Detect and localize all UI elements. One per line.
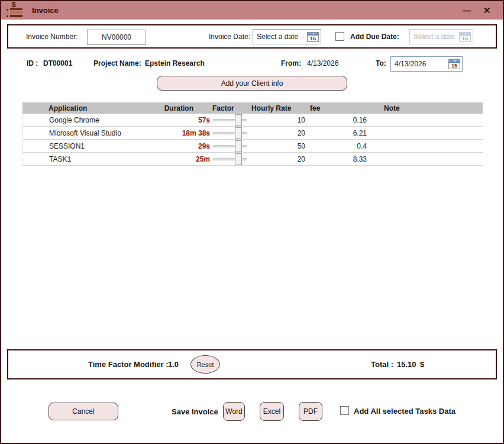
table-row[interactable]: SESSION1 29s 50 0.4 [22, 140, 483, 153]
table-row[interactable]: Google Chrome 57s 10 0.16 [22, 114, 483, 127]
col-application: Application [22, 104, 149, 112]
add-client-info-button[interactable]: Add your Client info [157, 76, 347, 91]
time-factor-label: Time Factor Modifier : [88, 360, 169, 369]
invoice-date-value: Select a date [257, 33, 298, 41]
add-due-date-checkbox[interactable] [335, 32, 344, 41]
cell-application: Microsoft Visual Studio [23, 129, 150, 137]
footer-actions: Cancel Save Invoice Word Excel PDF Add A… [1, 398, 503, 426]
factor-slider[interactable] [213, 153, 248, 166]
calendar-icon-header [449, 60, 460, 63]
add-due-date-label: Add Due Date: [350, 33, 399, 41]
cell-fee: 8.33 [307, 155, 370, 163]
save-invoice-label: Save Invoice [172, 407, 218, 416]
col-fee: fee [306, 104, 370, 112]
col-factor: Factor [211, 104, 250, 112]
calendar-icon-header [460, 33, 470, 36]
slider-track [213, 132, 247, 134]
cell-duration: 18m 38s [150, 129, 212, 137]
to-date-picker[interactable]: 4/13/2026 15 [390, 56, 463, 72]
icon-bar [10, 8, 22, 10]
cancel-button[interactable]: Cancel [49, 403, 118, 420]
table-row[interactable]: TASK1 25m 20 8.33 [22, 153, 483, 166]
factor-slider[interactable] [213, 114, 248, 127]
slider-thumb[interactable] [235, 153, 242, 165]
slider-thumb[interactable] [235, 127, 242, 139]
total-value: 15.10 [397, 360, 416, 369]
cell-duration: 29s [150, 142, 212, 150]
due-date-value: Select a date [413, 33, 455, 41]
save-word-button[interactable]: Word [223, 402, 245, 421]
cell-duration: 57s [150, 116, 212, 124]
calendar-icon: 15 [459, 32, 471, 42]
calendar-icon[interactable]: 15 [448, 59, 460, 69]
summary-box: Time Factor Modifier : 1.0 Reset Total :… [7, 349, 497, 379]
project-name-value: Epstein Research [145, 59, 205, 67]
reset-button[interactable]: Reset [190, 355, 220, 374]
currency-symbol: $ [420, 360, 424, 369]
col-duration: Duration [149, 104, 211, 112]
invoice-app-icon: $ [5, 2, 24, 18]
calendar-icon-day: 15 [449, 63, 460, 69]
cell-fee: 0.4 [307, 142, 370, 150]
calendar-icon-day: 15 [308, 36, 318, 41]
add-all-tasks-label: Add All selected Tasks Data [354, 407, 455, 416]
slider-track [213, 145, 247, 147]
icon-bar [10, 15, 22, 17]
id-label: ID : [27, 59, 38, 67]
total-label: Total : [371, 360, 393, 369]
invoice-number-label: Invoice Number: [26, 33, 77, 41]
to-label: To: [376, 59, 386, 67]
slider-thumb[interactable] [235, 114, 242, 126]
table-row[interactable]: Microsoft Visual Studio 18m 38s 20 6.21 [22, 127, 483, 140]
table-header: Application Duration Factor Hourly Rate … [22, 102, 483, 114]
close-icon[interactable]: ✕ [477, 5, 497, 16]
from-value: 4/13/2026 [307, 59, 338, 67]
add-all-tasks-checkbox[interactable] [340, 406, 349, 415]
window-title: Invoice [32, 6, 59, 15]
cell-fee: 6.21 [307, 129, 370, 137]
invoice-header-box: Invoice Number: Invoice Date: Select a d… [7, 24, 497, 49]
project-name-label: Project Name: [93, 59, 141, 67]
slider-track [213, 119, 247, 121]
icon-bar [10, 11, 22, 14]
to-date-value: 4/13/2026 [395, 60, 426, 68]
calendar-icon-day: 15 [460, 36, 470, 41]
title-bar[interactable]: $ Invoice — ✕ [1, 1, 503, 20]
invoice-window: $ Invoice — ✕ Invoice Number: Invoice Da… [0, 0, 504, 444]
col-hourly-rate: Hourly Rate [250, 104, 306, 112]
col-note: Note [370, 104, 483, 112]
cell-application: SESSION1 [23, 142, 150, 150]
time-factor-value: 1.0 [168, 360, 179, 369]
cell-application: Google Chrome [23, 116, 150, 124]
cell-application: TASK1 [23, 155, 150, 163]
factor-slider[interactable] [213, 140, 248, 153]
dollar-glyph: $ [12, 1, 16, 9]
from-label: From: [281, 59, 301, 67]
invoice-number-input[interactable] [87, 30, 146, 45]
invoice-date-picker[interactable]: Select a date 15 [253, 29, 321, 44]
cell-hourly-rate: 20 [251, 129, 307, 137]
save-excel-button[interactable]: Excel [260, 402, 284, 421]
calendar-icon[interactable]: 15 [307, 32, 319, 42]
cell-fee: 0.16 [307, 116, 370, 124]
save-pdf-button[interactable]: PDF [299, 402, 322, 421]
cell-duration: 25m [150, 155, 212, 163]
project-info-row: ID : DT00001 Project Name: Epstein Resea… [1, 56, 503, 72]
calendar-icon-header [308, 33, 318, 36]
window-controls: — ✕ [457, 5, 503, 16]
due-date-picker: Select a date 15 [409, 29, 473, 44]
tasks-table: Application Duration Factor Hourly Rate … [22, 102, 483, 166]
invoice-date-label: Invoice Date: [209, 33, 250, 41]
slider-track [213, 158, 247, 160]
slider-thumb[interactable] [235, 140, 242, 152]
cell-hourly-rate: 10 [251, 116, 307, 124]
cell-hourly-rate: 50 [251, 142, 307, 150]
minimize-icon[interactable]: — [457, 6, 477, 15]
id-value: DT00001 [43, 59, 72, 67]
factor-slider[interactable] [213, 127, 248, 140]
cell-hourly-rate: 20 [251, 155, 307, 163]
